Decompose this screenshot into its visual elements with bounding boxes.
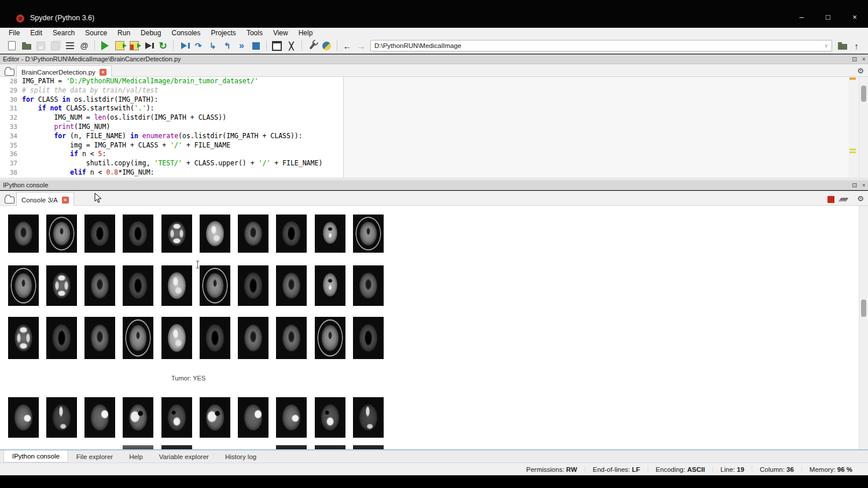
close-button[interactable]: ×	[841, 9, 868, 27]
editor-options-gear-icon[interactable]: ⚙	[857, 66, 864, 75]
code-editor[interactable]: 28IMG_PATH = 'D:/PythonRUN/MedicalImage/…	[0, 77, 848, 178]
close-pane-icon[interactable]: ×	[862, 180, 866, 190]
undock-pane-icon[interactable]: ⊡	[852, 180, 857, 190]
python-path-icon[interactable]	[319, 39, 334, 53]
code-line: 32 IMG_NUM = len(os.listdir(IMG_PATH + C…	[0, 113, 848, 123]
undock-pane-icon[interactable]: ⊡	[852, 54, 857, 64]
console-options-gear-icon[interactable]: ⚙	[857, 194, 864, 202]
file-switcher-icon[interactable]	[62, 39, 77, 53]
debug-step-into-icon[interactable]: ↳	[205, 39, 220, 53]
brain-scan-image	[276, 397, 307, 438]
editor-scrollbar[interactable]	[859, 77, 868, 178]
browse-tabs-icon[interactable]	[2, 64, 17, 78]
menu-item-source[interactable]: Source	[80, 29, 112, 37]
status-label: Memory:	[810, 466, 837, 473]
brain-scan-image-partial	[353, 445, 384, 449]
brain-scan-image	[200, 215, 230, 253]
mouse-cursor	[94, 193, 102, 206]
menu-item-edit[interactable]: Edit	[25, 29, 47, 37]
menu-item-projects[interactable]: Projects	[206, 29, 241, 37]
menu-item-help[interactable]: Help	[293, 29, 318, 37]
brain-scan-image	[8, 317, 39, 359]
editor-scrollbar-thumb[interactable]	[861, 86, 866, 102]
close-tab-icon[interactable]: ×	[100, 69, 106, 76]
new-file-icon[interactable]	[5, 39, 19, 53]
debug-continue-icon[interactable]: »	[234, 39, 249, 53]
debug-step-return-icon[interactable]: ↰	[220, 39, 234, 53]
run-selection-icon[interactable]	[141, 39, 156, 53]
back-icon[interactable]: ←	[340, 39, 354, 52]
menu-item-tools[interactable]: Tools	[241, 29, 268, 37]
line-number: 29	[0, 87, 22, 94]
brain-scan-image	[123, 215, 153, 253]
code-line: 38 elif n < 0.8*IMG_NUM:	[0, 168, 848, 178]
status-value: ASCII	[687, 466, 705, 473]
console-scrollbar-thumb[interactable]	[861, 300, 866, 317]
maximize-button[interactable]: □	[815, 9, 841, 27]
code-line: 34 for (n, FILE_NAME) in enumerate(os.li…	[0, 132, 848, 141]
toolbar-separator	[94, 40, 95, 51]
code-line: 33 print(IMG_NUM)	[0, 123, 848, 132]
console-tab-bar: Console 3/A × ⚙	[0, 191, 868, 206]
close-tab-icon[interactable]: ×	[62, 197, 69, 204]
debug-step-icon[interactable]: ↷	[191, 39, 205, 53]
symbol-finder-icon[interactable]: @	[77, 39, 91, 53]
clear-console-icon[interactable]	[836, 193, 851, 206]
editor-tab-label: BrainCancerDetection.py	[21, 69, 95, 76]
menu-item-view[interactable]: View	[268, 29, 293, 37]
warning-marker	[849, 77, 856, 80]
status-value: 19	[737, 466, 744, 473]
menu-item-debug[interactable]: Debug	[135, 29, 166, 37]
line-number: 38	[0, 169, 22, 176]
bottom-tab-ipython-console[interactable]: IPython console	[3, 450, 68, 463]
line-number: 36	[0, 150, 22, 158]
menu-item-run[interactable]: Run	[112, 29, 135, 37]
brain-scan-image	[315, 265, 345, 306]
forward-icon[interactable]: →	[354, 39, 368, 52]
bottom-tab-help[interactable]: Help	[121, 450, 151, 463]
preferences-icon[interactable]	[305, 39, 319, 53]
brain-scan-image	[315, 317, 345, 359]
menu-item-search[interactable]: Search	[47, 29, 80, 37]
open-dir-icon[interactable]	[835, 39, 849, 53]
debug-file-icon[interactable]	[176, 39, 191, 53]
status-value: LF	[632, 466, 640, 473]
fullscreen-icon[interactable]: ╳	[284, 39, 299, 53]
maximize-pane-icon[interactable]	[270, 39, 284, 53]
dropdown-chevron-icon[interactable]: ∨	[824, 43, 832, 49]
debug-stop-icon[interactable]	[249, 39, 263, 53]
run-cell-advance-icon[interactable]	[127, 39, 141, 53]
working-directory-input[interactable]	[371, 42, 824, 50]
console-tab[interactable]: Console 3/A ×	[16, 192, 74, 207]
menu-item-consoles[interactable]: Consoles	[166, 29, 205, 37]
console-output[interactable]: Tumor: YES	[0, 206, 859, 449]
minimize-button[interactable]: –	[788, 9, 815, 27]
run-cell-icon[interactable]	[112, 39, 127, 53]
status-value: RW	[566, 466, 577, 473]
status-encoding-: Encoding: ASCII	[648, 466, 712, 473]
bottom-tab-history-log[interactable]: History log	[217, 450, 264, 463]
window-title: Spyder (Python 3.6)	[30, 14, 94, 22]
parent-dir-icon[interactable]: ↑	[849, 39, 863, 52]
brain-scan-image	[161, 215, 192, 253]
status-permissions-: Permissions: RW	[518, 466, 584, 473]
brain-scan-image	[84, 215, 115, 253]
bottom-tab-file-explorer[interactable]: File explorer	[68, 450, 121, 463]
rerun-cell-icon[interactable]: ↻	[156, 39, 170, 53]
browse-tabs-icon[interactable]	[2, 192, 17, 206]
code-line: 30for CLASS in os.listdir(IMG_PATH):	[0, 95, 848, 105]
console-scrollbar[interactable]	[859, 206, 868, 449]
text-cursor	[197, 261, 198, 268]
status-label: Column:	[760, 466, 786, 473]
open-file-icon[interactable]	[19, 39, 34, 53]
brain-scan-image	[276, 265, 307, 306]
menu-item-file[interactable]: File	[3, 29, 25, 37]
bottom-tab-variable-explorer[interactable]: Variable explorer	[151, 450, 217, 463]
brain-scan-image	[84, 397, 115, 438]
run-file-icon[interactable]	[98, 39, 112, 53]
line-number: 37	[0, 160, 22, 167]
editor-tab[interactable]: BrainCancerDetection.py ×	[16, 65, 112, 78]
code-line: 28IMG_PATH = 'D:/PythonRUN/MedicalImage/…	[0, 77, 848, 86]
close-pane-icon[interactable]: ×	[862, 54, 866, 64]
main-toolbar: @↻↷↳↰»╳ ← → ∨ ↑	[0, 38, 868, 54]
